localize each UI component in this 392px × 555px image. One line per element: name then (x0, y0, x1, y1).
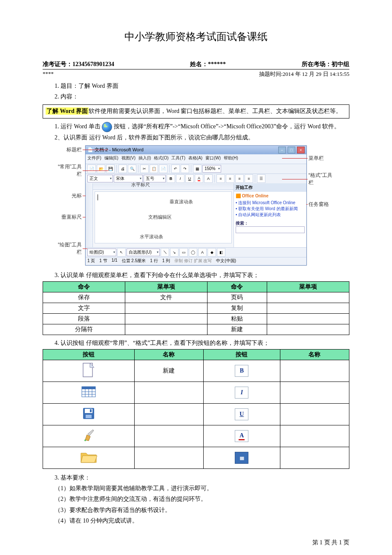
icon-cell: ≣ (204, 447, 280, 469)
label-cursor: 光标 (56, 192, 82, 199)
menu-window: 窗口(W) (205, 156, 221, 160)
th-menu2: 菜单项 (267, 281, 349, 292)
format-painter-icon (83, 429, 95, 442)
table-row: 分隔符新建 (43, 324, 349, 335)
icon-cell (43, 382, 135, 404)
word-body: 水平标尺 垂直滚动条 文档编辑区 水平滚动条 开始工作 🟧 Office Onl… (86, 183, 306, 247)
tb-style: 正文 (87, 175, 113, 182)
tb-bold-icon: B (167, 174, 175, 183)
vertical-ruler (86, 183, 93, 247)
table-icon (81, 386, 96, 397)
name-cell: 新建 (134, 360, 203, 382)
menu-tools: 工具(T) (171, 156, 185, 160)
tb-shade-icon: A (204, 174, 213, 183)
th-cmd1: 命令 (43, 281, 125, 292)
page-footer: 第 1 页 共 1 页 (43, 539, 349, 546)
tb-paste-icon: 📄 (159, 165, 167, 173)
exam-id-value: 12345678901234 (72, 61, 114, 67)
close-icon: × (297, 147, 305, 153)
table-cell: 保存 (43, 292, 125, 303)
tb-3d-icon: ◧ (217, 248, 225, 257)
table-cell (267, 313, 349, 324)
tb-align-center-icon: ≡ (226, 174, 234, 183)
req-3: （3）要求配合教学内容有适当的板书设计。 (43, 505, 349, 515)
tb-undo-icon: ↶ (171, 165, 180, 173)
tb-open-icon: 📂 (97, 165, 105, 173)
font-color-icon: A (235, 430, 248, 442)
req-2: （2）教学中注意师生间的交流互动，有适当的提问环节。 (43, 494, 349, 504)
tb-arrow-icon: ↘ (170, 248, 179, 257)
asterisks: **** (43, 70, 54, 78)
word-draw-toolbar: 绘图(D) ↖ 自选图形(U) ＼ ↘ ▭ ◯ A ◆ ◧ (86, 247, 306, 257)
room-value: 初中组 (331, 61, 349, 67)
taskpane-l3: 自动从网站更新此列表 (238, 212, 281, 217)
requirements: 3. 基本要求： （1）如果教学期间需要其他辅助教学工具，进行演示即可。 （2）… (43, 472, 349, 526)
text-cursor (98, 194, 98, 200)
min-icon: – (278, 147, 286, 153)
highlight-topic: 了解 Word 界面 (46, 107, 89, 115)
tb-draw-combo: 绘图(D) (87, 249, 116, 256)
th-name1: 名称 (134, 350, 203, 360)
table-cell: 文件 (125, 292, 207, 303)
bold-icon: B (235, 365, 248, 377)
icon-cell (43, 425, 135, 447)
question-1: 1. 题目：了解 Word 界面 (43, 81, 349, 91)
th-btn1: 按钮 (43, 350, 135, 360)
table-cell: 粘贴 (207, 313, 267, 324)
req-1: （1）如果教学期间需要其他辅助教学工具，进行演示即可。 (43, 483, 349, 494)
label-std-toolbar: “常用”工具栏 (56, 163, 82, 178)
tb-autoshape: 自选图形(U) (127, 249, 160, 256)
menu-insert: 插入(I) (138, 156, 151, 160)
table-cell: 复制 (207, 303, 267, 313)
table-row: I (43, 382, 349, 404)
tb-oval-icon: ◯ (189, 248, 197, 257)
name-value: ****** (208, 61, 226, 67)
tb-print-icon: 🖨 (118, 165, 127, 173)
align-icon: ≣ (235, 452, 248, 464)
draw-time-label: 抽题时间: (259, 71, 283, 77)
menu-format: 格式(O) (154, 156, 168, 160)
menu-edit: 编辑(E) (104, 156, 118, 160)
paragraph-ui: 2、认识界面 运行 Word 后，软件界面如下图所示，说说它由哪几部分组成。 (43, 132, 349, 143)
word-window: 📄 文档 2 - Microsoft Word – □ × 文件(F) 编辑(E… (85, 145, 307, 266)
italic-icon: I (235, 387, 248, 399)
status-page: 1 页 (87, 258, 95, 265)
status-section: 1 节 (99, 258, 107, 265)
table-cell: 段落 (43, 313, 125, 324)
table-cell: 文字 (43, 303, 125, 313)
question-2-label: 2. 内容： (43, 91, 349, 102)
tb-redo-icon: ↷ (181, 165, 189, 173)
table-cell: 分隔符 (43, 324, 125, 335)
windows-start-icon (102, 122, 112, 132)
icon-cell: A (204, 425, 280, 447)
tb-underline-icon: U (185, 174, 194, 183)
tb-align-justify-icon: ≡ (245, 174, 253, 183)
paragraph-button: 4. 认识按钮 仔细观察“常用”、“格式”工具栏，查看下列按钮的名称，并填写下表… (43, 338, 349, 348)
tb-line-icon: ＼ (161, 248, 169, 257)
page: 中小学教师资格考试面试备课纸 准考证号：12345678901234 姓名：**… (21, 0, 371, 555)
label-draw-toolbar: “绘图”工具栏 (56, 241, 82, 256)
task-pane: 开始工作 🟧 Office Online • 连接到 Microsoft Off… (233, 183, 306, 247)
table-row: 文字复制 (43, 303, 349, 313)
taskpane-title: 开始工作 (234, 183, 306, 192)
status-pos: 位置 2.5厘米 (122, 258, 146, 265)
table-row: 段落粘贴 (43, 313, 349, 324)
draw-time: 抽题时间:2014 年 12 月 29 日 14:15:55 (259, 70, 349, 78)
table-cell (267, 292, 349, 303)
header-subrow: **** 抽题时间:2014 年 12 月 29 日 14:15:55 (43, 70, 349, 78)
taskpane-search-box (236, 226, 305, 233)
table-cell: 新建 (207, 324, 267, 335)
inner-vscroll: 垂直滚动条 (170, 199, 193, 205)
table-cell (125, 313, 207, 324)
icon-cell (43, 404, 135, 425)
tb-preview-icon: 🔍 (128, 165, 136, 173)
icon-cell (43, 447, 135, 469)
name-cell (134, 425, 203, 447)
new-doc-icon (83, 363, 95, 377)
taskpane-search-label: 搜索： (236, 221, 248, 225)
name-cell (134, 382, 203, 404)
name-label: 姓名： (190, 61, 208, 67)
word-fmt-toolbar: 正文 宋体 五号 B I U A A ≡ ≡ ≡ ≡ ☰ (86, 173, 306, 183)
table-row: A (43, 425, 349, 447)
status-modes: 录制 修订 扩展 改写 (174, 258, 212, 265)
